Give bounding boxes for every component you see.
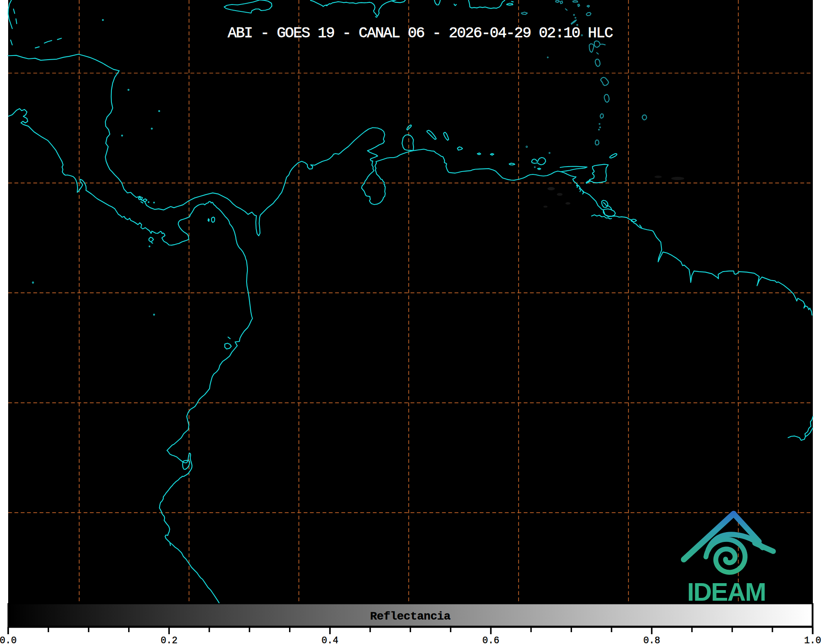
- svg-text:0.6: 0.6: [483, 635, 499, 644]
- svg-text:0.4: 0.4: [321, 635, 338, 644]
- svg-text:0.8: 0.8: [643, 635, 660, 644]
- svg-text:0.0: 0.0: [0, 635, 17, 644]
- svg-text:Reflectancia: Reflectancia: [370, 610, 451, 623]
- svg-text:ABI - GOES 19 - CANAL 06 - 202: ABI - GOES 19 - CANAL 06 - 2026-04-29 02…: [228, 25, 613, 42]
- svg-text:1.0: 1.0: [804, 635, 821, 644]
- svg-text:0.2: 0.2: [160, 635, 177, 644]
- svg-text:IDEAM: IDEAM: [687, 577, 765, 606]
